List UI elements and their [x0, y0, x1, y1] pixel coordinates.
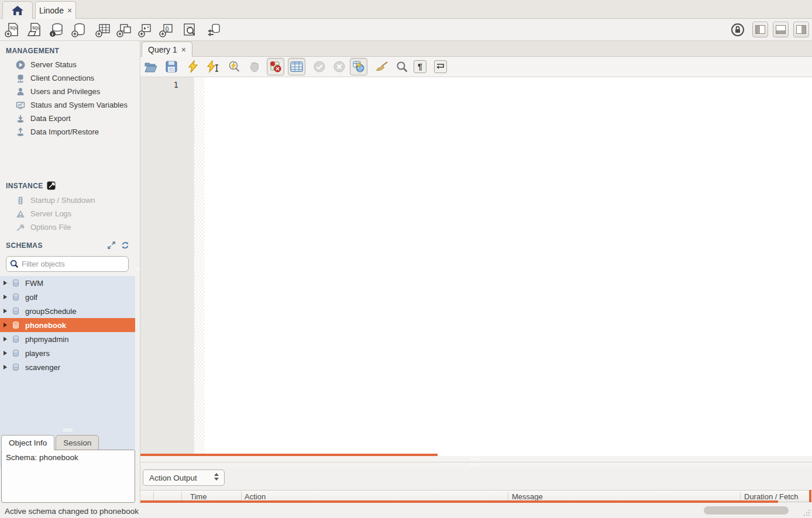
output-vertical-scrollbar[interactable]: [809, 490, 811, 502]
svg-text:SQL: SQL: [10, 26, 18, 30]
editor-gutter: 1: [140, 77, 194, 456]
window-resize-grip[interactable]: [803, 509, 810, 516]
commit-icon: [313, 60, 326, 73]
data-transfer-icon: [205, 22, 222, 38]
user-lock-icon[interactable]: [729, 21, 746, 39]
sidebar-item-server-status[interactable]: Server Status: [0, 58, 136, 71]
output-selector[interactable]: Action Output: [143, 469, 225, 486]
sidebar-item-label: Server Logs: [30, 209, 71, 218]
schema-icon: [12, 349, 20, 357]
close-icon[interactable]: ×: [67, 6, 72, 15]
schema-row-phpmyadmin[interactable]: phpmyadmin: [0, 332, 135, 346]
expand-arrow-icon[interactable]: [4, 323, 7, 327]
tab-session[interactable]: Session: [56, 435, 99, 450]
toggle-right-sidebar-button[interactable]: [793, 22, 809, 37]
sidebar-item-label: Data Import/Restore: [30, 127, 99, 136]
schema-row-players[interactable]: players: [0, 346, 135, 360]
open-sql-script-button[interactable]: SQL: [26, 21, 43, 39]
object-info-content: Schema: phonebook: [1, 450, 135, 503]
open-script-icon: [144, 61, 157, 72]
toggle-left-sidebar-button[interactable]: [752, 22, 768, 37]
expand-arrow-icon[interactable]: [4, 281, 7, 285]
execute-all-button[interactable]: [185, 59, 201, 74]
editor-output-splitter[interactable]: [140, 456, 812, 468]
search-table-data-button[interactable]: [181, 21, 198, 39]
schema-icon: [12, 335, 20, 343]
sidebar-item-users-privileges[interactable]: Users and Privileges: [0, 85, 136, 98]
connection-tab-linode[interactable]: Linode ×: [35, 1, 76, 19]
limit-rows-button[interactable]: [288, 58, 305, 75]
stop-query-button[interactable]: [247, 59, 262, 74]
sidebar-item-label: Status and System Variables: [30, 101, 128, 109]
home-tab[interactable]: [2, 1, 33, 19]
refresh-schemas-icon[interactable]: [121, 241, 129, 249]
sql-editor[interactable]: 1: [140, 77, 812, 456]
expand-arrow-icon[interactable]: [4, 337, 7, 341]
schema-icon: [12, 307, 20, 315]
search-table-data-icon: [181, 22, 198, 38]
create-function-button[interactable]: (): [158, 21, 176, 39]
sidebar-item-startup-shutdown[interactable]: Startup / Shutdown: [0, 194, 136, 207]
save-script-icon: [166, 61, 177, 72]
create-procedure-button[interactable]: [137, 21, 154, 39]
schema-row-phonebook[interactable]: phonebook: [0, 318, 135, 332]
status-bar: Active schema changed to phonebook: [0, 504, 812, 518]
sidebar-main-splitter[interactable]: [136, 41, 140, 504]
wrap-text-button[interactable]: [434, 60, 447, 73]
toggle-output-area-button[interactable]: [773, 22, 789, 37]
schema-row-fwm[interactable]: FWM: [0, 276, 135, 290]
create-table-button[interactable]: [94, 21, 112, 39]
expand-arrow-icon[interactable]: [4, 295, 7, 299]
toggle-stop-on-error-button[interactable]: [267, 58, 284, 75]
find-button[interactable]: [394, 59, 410, 74]
create-schema-icon: [71, 22, 87, 38]
execute-current-button[interactable]: [205, 59, 221, 74]
create-procedure-icon: [137, 22, 154, 38]
output-selector-value: Action Output: [149, 474, 197, 482]
open-script-button[interactable]: [143, 59, 159, 74]
sidebar-splitter-handle[interactable]: [63, 429, 73, 432]
commit-button[interactable]: [312, 59, 327, 74]
show-invisibles-button[interactable]: ¶: [414, 60, 426, 73]
toggle-autocommit-button[interactable]: [350, 58, 367, 75]
connection-tab-label: Linode: [39, 6, 64, 15]
expand-panel-icon[interactable]: [108, 241, 115, 249]
create-view-button[interactable]: [115, 21, 133, 39]
new-query-tab-button[interactable]: SQL: [4, 21, 21, 39]
sidebar-item-options-file[interactable]: Options File: [0, 220, 136, 234]
output-horizontal-scrollbar[interactable]: [140, 500, 778, 503]
statusbar-scrollbar-thumb[interactable]: [704, 506, 789, 514]
sidebar-item-data-import[interactable]: Data Import/Restore: [0, 125, 136, 139]
sidebar-item-label: Options File: [30, 223, 71, 232]
sidebar-item-data-export[interactable]: Data Export: [0, 112, 136, 125]
sidebar-item-label: Startup / Shutdown: [30, 196, 95, 205]
schema-row-groupschedule[interactable]: groupSchedule: [0, 304, 135, 318]
clean-editor-button[interactable]: [374, 59, 389, 74]
explain-plan-button[interactable]: [226, 59, 242, 74]
open-sql-script-icon: SQL: [26, 22, 43, 38]
sidebar-item-server-logs[interactable]: Server Logs: [0, 207, 136, 220]
wrap-text-icon: [436, 63, 445, 70]
home-icon: [11, 5, 24, 16]
save-script-button[interactable]: [164, 59, 179, 74]
schema-row-scavenger[interactable]: scavenger: [0, 360, 135, 374]
client-connections-icon: [16, 74, 25, 83]
rollback-button[interactable]: [332, 59, 347, 74]
schema-row-golf[interactable]: golf: [0, 290, 135, 304]
expand-arrow-icon[interactable]: [4, 351, 7, 355]
expand-arrow-icon[interactable]: [4, 365, 7, 369]
close-icon[interactable]: ×: [181, 45, 186, 54]
tab-object-info[interactable]: Object Info: [1, 435, 54, 450]
create-schema-button[interactable]: [70, 21, 88, 39]
management-section: MANAGEMENT Server Status Client Connecti…: [0, 47, 136, 139]
data-transfer-button[interactable]: [205, 21, 222, 39]
options-file-icon: [16, 223, 25, 232]
new-query-tab-icon: SQL: [4, 22, 20, 38]
query-tab-bar: Query 1 ×: [140, 41, 812, 57]
schema-inspector-button[interactable]: i: [48, 21, 66, 39]
sidebar-item-system-variables[interactable]: Status and System Variables: [0, 98, 136, 112]
expand-arrow-icon[interactable]: [4, 309, 7, 313]
schema-filter-input[interactable]: [22, 260, 128, 268]
sidebar-item-client-connections[interactable]: Client Connections: [0, 71, 136, 85]
query-tab[interactable]: Query 1 ×: [142, 42, 192, 57]
